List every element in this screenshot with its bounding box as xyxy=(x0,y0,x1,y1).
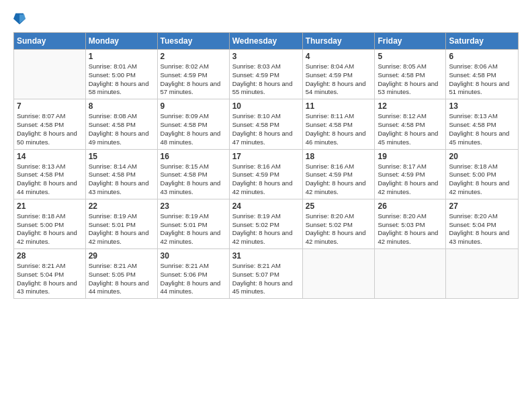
calendar-cell: 23Sunrise: 8:19 AMSunset: 5:01 PMDayligh… xyxy=(157,199,229,248)
day-number: 15 xyxy=(89,152,154,161)
day-number: 7 xyxy=(17,101,83,111)
header-day: Thursday xyxy=(302,33,375,50)
day-number: 31 xyxy=(232,251,300,261)
calendar-cell: 22Sunrise: 8:19 AMSunset: 5:01 PMDayligh… xyxy=(85,199,157,248)
day-number: 5 xyxy=(378,52,443,61)
header-day: Friday xyxy=(375,33,446,50)
day-info: Sunrise: 8:04 AMSunset: 4:59 PMDaylight:… xyxy=(306,62,372,97)
calendar-cell: 16Sunrise: 8:15 AMSunset: 4:58 PMDayligh… xyxy=(157,149,229,199)
calendar-cell: 31Sunrise: 8:21 AMSunset: 5:07 PMDayligh… xyxy=(229,249,302,299)
day-number: 23 xyxy=(161,201,226,211)
calendar-cell: 15Sunrise: 8:14 AMSunset: 4:58 PMDayligh… xyxy=(85,149,157,199)
calendar-cell: 14Sunrise: 8:13 AMSunset: 4:58 PMDayligh… xyxy=(14,149,86,199)
calendar: SundayMondayTuesdayWednesdayThursdayFrid… xyxy=(13,32,519,299)
day-info: Sunrise: 8:14 AMSunset: 4:58 PMDaylight:… xyxy=(89,163,154,197)
svg-marker-1 xyxy=(19,14,26,23)
calendar-cell: 20Sunrise: 8:18 AMSunset: 5:00 PMDayligh… xyxy=(446,149,519,199)
calendar-cell xyxy=(446,249,519,299)
calendar-cell: 29Sunrise: 8:21 AMSunset: 5:05 PMDayligh… xyxy=(85,249,157,299)
day-number: 11 xyxy=(306,101,372,111)
calendar-cell: 27Sunrise: 8:20 AMSunset: 5:04 PMDayligh… xyxy=(446,199,519,248)
day-info: Sunrise: 8:19 AMSunset: 5:01 PMDaylight:… xyxy=(161,212,226,246)
day-info: Sunrise: 8:13 AMSunset: 4:58 PMDaylight:… xyxy=(17,163,83,197)
day-number: 28 xyxy=(17,251,83,261)
day-number: 13 xyxy=(449,101,515,111)
day-info: Sunrise: 8:17 AMSunset: 4:59 PMDaylight:… xyxy=(378,163,443,197)
calendar-week-row: 21Sunrise: 8:18 AMSunset: 5:00 PMDayligh… xyxy=(14,199,519,248)
day-number: 24 xyxy=(232,201,300,211)
day-info: Sunrise: 8:20 AMSunset: 5:02 PMDaylight:… xyxy=(306,212,372,246)
day-number: 18 xyxy=(306,152,372,161)
calendar-cell: 6Sunrise: 8:06 AMSunset: 4:58 PMDaylight… xyxy=(446,50,519,99)
day-number: 1 xyxy=(89,52,154,61)
day-info: Sunrise: 8:16 AMSunset: 4:59 PMDaylight:… xyxy=(306,163,372,197)
day-number: 20 xyxy=(449,152,515,161)
calendar-cell: 26Sunrise: 8:20 AMSunset: 5:03 PMDayligh… xyxy=(375,199,446,248)
calendar-cell: 17Sunrise: 8:16 AMSunset: 4:59 PMDayligh… xyxy=(229,149,302,199)
header xyxy=(13,12,519,26)
calendar-week-row: 28Sunrise: 8:21 AMSunset: 5:04 PMDayligh… xyxy=(14,249,519,299)
calendar-cell: 13Sunrise: 8:13 AMSunset: 4:58 PMDayligh… xyxy=(446,99,519,149)
calendar-cell: 24Sunrise: 8:19 AMSunset: 5:02 PMDayligh… xyxy=(229,199,302,248)
day-number: 22 xyxy=(89,201,154,211)
day-info: Sunrise: 8:03 AMSunset: 4:59 PMDaylight:… xyxy=(232,62,300,97)
day-info: Sunrise: 8:06 AMSunset: 4:58 PMDaylight:… xyxy=(449,62,515,97)
calendar-week-row: 7Sunrise: 8:07 AMSunset: 4:58 PMDaylight… xyxy=(14,99,519,149)
header-day: Tuesday xyxy=(157,33,229,50)
calendar-cell: 28Sunrise: 8:21 AMSunset: 5:04 PMDayligh… xyxy=(14,249,86,299)
day-info: Sunrise: 8:18 AMSunset: 5:00 PMDaylight:… xyxy=(449,163,515,197)
day-info: Sunrise: 8:07 AMSunset: 4:58 PMDaylight:… xyxy=(17,112,83,146)
logo xyxy=(13,12,27,26)
day-number: 25 xyxy=(306,201,372,211)
calendar-cell: 1Sunrise: 8:01 AMSunset: 5:00 PMDaylight… xyxy=(85,50,157,99)
day-number: 19 xyxy=(378,152,443,161)
calendar-cell: 12Sunrise: 8:12 AMSunset: 4:58 PMDayligh… xyxy=(375,99,446,149)
logo-icon xyxy=(13,12,26,26)
header-day: Saturday xyxy=(446,33,519,50)
calendar-cell xyxy=(375,249,446,299)
day-info: Sunrise: 8:02 AMSunset: 4:59 PMDaylight:… xyxy=(161,62,226,97)
day-info: Sunrise: 8:21 AMSunset: 5:07 PMDaylight:… xyxy=(232,262,300,296)
day-number: 21 xyxy=(17,201,83,211)
calendar-cell xyxy=(302,249,375,299)
page: SundayMondayTuesdayWednesdayThursdayFrid… xyxy=(0,0,532,411)
day-info: Sunrise: 8:01 AMSunset: 5:00 PMDaylight:… xyxy=(89,62,154,97)
calendar-cell: 2Sunrise: 8:02 AMSunset: 4:59 PMDaylight… xyxy=(157,50,229,99)
calendar-cell: 11Sunrise: 8:11 AMSunset: 4:58 PMDayligh… xyxy=(302,99,375,149)
day-info: Sunrise: 8:16 AMSunset: 4:59 PMDaylight:… xyxy=(232,163,300,197)
day-number: 6 xyxy=(449,52,515,61)
day-info: Sunrise: 8:09 AMSunset: 4:58 PMDaylight:… xyxy=(161,112,226,146)
day-info: Sunrise: 8:12 AMSunset: 4:58 PMDaylight:… xyxy=(378,112,443,146)
calendar-cell: 7Sunrise: 8:07 AMSunset: 4:58 PMDaylight… xyxy=(14,99,86,149)
calendar-cell: 21Sunrise: 8:18 AMSunset: 5:00 PMDayligh… xyxy=(14,199,86,248)
header-day: Monday xyxy=(85,33,157,50)
day-number: 4 xyxy=(306,52,372,61)
day-info: Sunrise: 8:15 AMSunset: 4:58 PMDaylight:… xyxy=(161,163,226,197)
calendar-cell: 4Sunrise: 8:04 AMSunset: 4:59 PMDaylight… xyxy=(302,50,375,99)
calendar-cell xyxy=(14,50,86,99)
day-number: 16 xyxy=(161,152,226,161)
calendar-cell: 19Sunrise: 8:17 AMSunset: 4:59 PMDayligh… xyxy=(375,149,446,199)
day-number: 10 xyxy=(232,101,300,111)
calendar-cell: 30Sunrise: 8:21 AMSunset: 5:06 PMDayligh… xyxy=(157,249,229,299)
calendar-week-row: 14Sunrise: 8:13 AMSunset: 4:58 PMDayligh… xyxy=(14,149,519,199)
day-number: 26 xyxy=(378,201,443,211)
day-info: Sunrise: 8:18 AMSunset: 5:00 PMDaylight:… xyxy=(17,212,83,246)
day-info: Sunrise: 8:21 AMSunset: 5:04 PMDaylight:… xyxy=(17,262,83,296)
day-info: Sunrise: 8:11 AMSunset: 4:58 PMDaylight:… xyxy=(306,112,372,146)
day-info: Sunrise: 8:21 AMSunset: 5:06 PMDaylight:… xyxy=(161,262,226,296)
day-info: Sunrise: 8:19 AMSunset: 5:01 PMDaylight:… xyxy=(89,212,154,246)
calendar-cell: 5Sunrise: 8:05 AMSunset: 4:58 PMDaylight… xyxy=(375,50,446,99)
calendar-cell: 25Sunrise: 8:20 AMSunset: 5:02 PMDayligh… xyxy=(302,199,375,248)
day-number: 30 xyxy=(161,251,226,261)
day-info: Sunrise: 8:20 AMSunset: 5:03 PMDaylight:… xyxy=(378,212,443,246)
calendar-cell: 3Sunrise: 8:03 AMSunset: 4:59 PMDaylight… xyxy=(229,50,302,99)
day-info: Sunrise: 8:19 AMSunset: 5:02 PMDaylight:… xyxy=(232,212,300,246)
header-day: Wednesday xyxy=(229,33,302,50)
day-number: 9 xyxy=(161,101,226,111)
day-info: Sunrise: 8:21 AMSunset: 5:05 PMDaylight:… xyxy=(89,262,154,296)
day-number: 2 xyxy=(161,52,226,61)
calendar-cell: 10Sunrise: 8:10 AMSunset: 4:58 PMDayligh… xyxy=(229,99,302,149)
calendar-cell: 9Sunrise: 8:09 AMSunset: 4:58 PMDaylight… xyxy=(157,99,229,149)
calendar-week-row: 1Sunrise: 8:01 AMSunset: 5:00 PMDaylight… xyxy=(14,50,519,99)
